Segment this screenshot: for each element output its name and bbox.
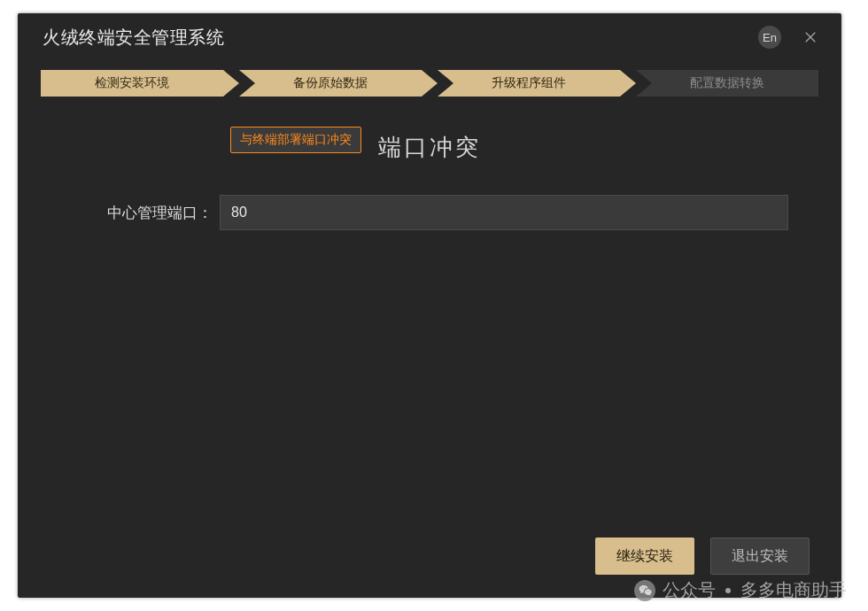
close-button[interactable] xyxy=(799,26,822,49)
close-icon xyxy=(802,29,818,45)
port-input-wrap xyxy=(220,195,788,230)
panel-title: 端口冲突 xyxy=(71,132,788,163)
window-title: 火绒终端安全管理系统 xyxy=(43,26,758,50)
step-label: 升级程序组件 xyxy=(492,75,566,91)
titlebar: 火绒终端安全管理系统 En xyxy=(18,13,841,61)
port-input[interactable] xyxy=(220,195,788,230)
step-upgrade: 升级程序组件 xyxy=(438,70,620,97)
step-check-env: 检测安装环境 xyxy=(41,70,223,97)
exit-button[interactable]: 退出安装 xyxy=(710,538,810,575)
port-conflict-tooltip: 与终端部署端口冲突 xyxy=(230,127,361,153)
step-label: 检测安装环境 xyxy=(95,75,169,91)
main-panel: 端口冲突 与终端部署端口冲突 中心管理端口： xyxy=(18,97,841,230)
step-backup: 备份原始数据 xyxy=(239,70,422,97)
language-button[interactable]: En xyxy=(758,26,781,49)
port-row: 中心管理端口： xyxy=(71,195,788,230)
progress-steps: 检测安装环境 备份原始数据 升级程序组件 配置数据转换 xyxy=(41,70,818,97)
step-config: 配置数据转换 xyxy=(636,70,818,97)
continue-button[interactable]: 继续安装 xyxy=(595,538,694,575)
footer-buttons: 继续安装 退出安装 xyxy=(595,538,810,575)
step-label: 备份原始数据 xyxy=(293,75,368,91)
port-label: 中心管理端口： xyxy=(71,203,213,223)
step-label: 配置数据转换 xyxy=(690,75,764,91)
installer-window: 火绒终端安全管理系统 En 检测安装环境 备份原始数据 升级程序组件 配置数据转… xyxy=(18,13,841,598)
